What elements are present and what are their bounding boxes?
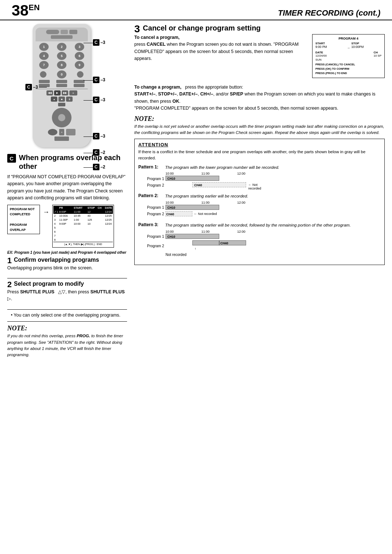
pattern-3-desc: The program starting earlier will be rec… — [165, 222, 381, 228]
main-layout: 1 2 3 4 5 6 7 8 9 0 — [0, 24, 392, 361]
pattern-3-diagram: 10:0011:0012:00 Program 1 CH10 Program 2 — [142, 230, 381, 257]
remote-num-grid: 1 2 3 4 5 6 7 8 9 — [36, 43, 88, 69]
step-1-text: Overlapping programs blink on the screen… — [7, 265, 127, 272]
remote-btn-top-left — [46, 30, 59, 34]
cancel-box-grid: START 9:00 PM → STOP 10:00PM — [315, 42, 381, 50]
step-1-num: 1 — [7, 257, 12, 265]
screen-footer: (▲,▼), THEN (▶) (PROG.) : END — [53, 242, 113, 247]
nav-circle[interactable] — [52, 108, 72, 127]
remote-btn-top-mid — [61, 30, 68, 34]
arrow-right-icon: → — [43, 208, 49, 216]
pattern-2-block: Pattern 2: The program starting earlier … — [138, 193, 381, 217]
stop-btn[interactable]: ■ — [58, 97, 65, 102]
c-label-1: C –3 — [93, 39, 105, 46]
pattern-1-label: Pattern 1: — [138, 164, 163, 170]
attention-text: If there is a conflict in the timer sche… — [138, 149, 381, 162]
note-box: NOTE: If you do not mind this overlap, p… — [7, 325, 127, 358]
right-note-title: NOTE: — [134, 115, 385, 123]
note-title: NOTE: — [7, 325, 127, 332]
program-row-5: 5 — [53, 226, 113, 230]
divider-2 — [7, 309, 127, 310]
remote-btn-wide — [51, 35, 73, 39]
attention-title: ATTENTION — [138, 142, 381, 147]
step-1-block: 1 Confirm overlapping programs Overlappi… — [7, 257, 127, 274]
program-screen: PRSTARTSTOPCHDATE ✓18:00P11:001212/24 21… — [52, 205, 114, 248]
right-column: 3 Cancel or change program setting PROGR… — [131, 24, 385, 361]
program-row-8: 8 — [53, 238, 113, 242]
remote-btn-top-right — [69, 30, 77, 34]
not-recorded-label-3: Not recorded — [166, 253, 381, 257]
attention-box: ATTENTION If there is a conflict in the … — [134, 139, 385, 265]
section-c-heading: C When programs overlap each other — [7, 153, 127, 171]
program-row-2: 210:00A10:454012/25 — [53, 214, 113, 218]
pattern-2-desc: The program starting earlier will be rec… — [165, 193, 381, 199]
pattern-2-diagram: 10:0011:0012:00 Program 1 CH10 Program 2 — [142, 201, 381, 217]
c-label-3: C –3 — [93, 97, 105, 103]
section-c-title: When programs overlap each other — [19, 153, 127, 171]
pattern-1-block: Pattern 1: The program with the lower pr… — [138, 164, 381, 188]
screen-label: PROGRAM NOT COMPLETED PROGRAM OVERLAP — [7, 205, 40, 235]
step-2-text: Press SHUTTLE PLUS △▽, then press SHUTTL… — [7, 289, 127, 303]
right-note-box: NOTE: If the overlap is not yet solved o… — [134, 115, 385, 136]
screen-mockup-container: PROGRAM NOT COMPLETED PROGRAM OVERLAP → … — [7, 205, 127, 248]
c-label-2: C –3 — [93, 77, 105, 83]
cancel-box-title: PROGRAM 4 — [315, 37, 381, 40]
pattern-3-label: Pattern 3: — [138, 222, 163, 227]
section-c-label: C — [7, 154, 16, 163]
divider-3 — [7, 321, 127, 322]
pattern-1-diagram: 10:0011:0012:00 Program 1 CH10 Program — [142, 172, 381, 188]
c-label-4: C –3 — [93, 133, 105, 139]
rewind-btn[interactable]: ◀◀ — [46, 90, 53, 95]
section-c-intro: If "PROGRAM NOT COMPLETED PROGRAM OVERLA… — [7, 174, 127, 202]
note-text: If you do not mind this overlap, press P… — [7, 333, 127, 358]
step-2-block: 2 Select program to modify Press SHUTTLE… — [7, 281, 127, 306]
step-3-num: 3 — [134, 24, 140, 34]
dot-btn[interactable]: ● — [51, 97, 57, 102]
extra-btn[interactable]: ≡ — [69, 90, 77, 95]
right-note-text: If the overlap is not yet solved or anot… — [134, 123, 385, 136]
step-1-heading: Confirm overlapping programs — [14, 257, 99, 263]
program-row-7: 7 — [53, 234, 113, 238]
program-row-3: 311:30P1:0012512/25 — [53, 218, 113, 222]
section-3-block: 3 Cancel or change program setting PROGR… — [134, 24, 385, 81]
ffwd-btn[interactable]: ▶▶ — [62, 90, 68, 95]
left-column: 1 2 3 4 5 6 7 8 9 0 — [7, 24, 131, 361]
page-header: 38EN TIMER RECORDING (cont.) — [0, 0, 392, 20]
pattern-1-desc: The program with the lower program numbe… — [165, 164, 381, 171]
page-title: TIMER RECORDING (cont.) — [278, 8, 380, 18]
c-label-6: C –2 — [93, 164, 105, 170]
page-number: 38EN — [12, 3, 40, 18]
c-label-5: C –2 — [93, 149, 105, 156]
cancel-box: PROGRAM 4 START 9:00 PM → STOP 10:00PM D… — [312, 34, 385, 78]
pattern-3-block: Pattern 3: The program starting earlier … — [138, 222, 381, 257]
pattern-2-label: Pattern 2: — [138, 193, 163, 198]
step-2-heading: Select program to modify — [14, 281, 84, 287]
cancel-box-footer: PRESS (CANCEL) TO CANCEL PRESS (OK) TO C… — [315, 62, 381, 76]
program-row-1: ✓18:00P11:001212/24 — [53, 210, 113, 214]
play-btn[interactable]: ▶ — [54, 90, 61, 95]
step-3-heading: Cancel or change program setting — [143, 24, 261, 32]
step-2-bullet: • You can only select one of the overlap… — [7, 312, 127, 319]
program-row-4: 49:00P10:001012/24 — [53, 222, 113, 226]
divider-1 — [7, 278, 127, 278]
program-row-6: 6 — [53, 230, 113, 234]
pause-btn[interactable]: ⏸ — [66, 97, 73, 102]
remote-illustration: 1 2 3 4 5 6 7 8 9 0 — [7, 24, 127, 147]
change-text: To change a program, press the appropria… — [134, 84, 385, 112]
ex-text: EX: Program 1 (you have just made) and P… — [7, 250, 127, 254]
step-2-num: 2 — [7, 281, 12, 289]
c-label-left: C –3 — [25, 84, 47, 90]
